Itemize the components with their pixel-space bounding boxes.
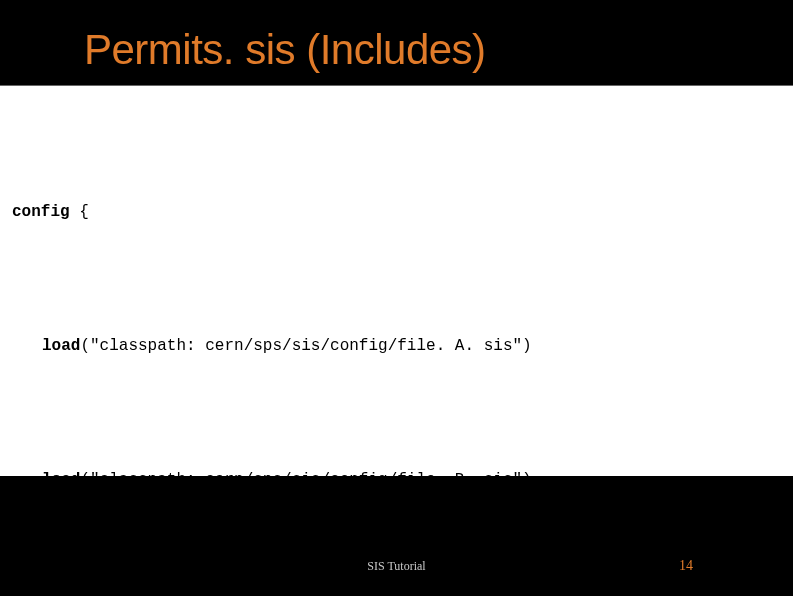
code-text: { [70, 203, 89, 221]
code-line-config: config { [12, 201, 532, 223]
code-text: ("classpath: cern/sps/sis/config/file. A… [80, 337, 531, 355]
footer-label: SIS Tutorial [367, 559, 425, 574]
code-spacer [12, 268, 532, 290]
slide-title: Permits. sis (Includes) [84, 26, 486, 74]
code-spacer [12, 402, 532, 424]
code-line-load-b: load("classpath: cern/sps/sis/config/fil… [42, 469, 532, 491]
code-text: ("classpath: cern/sps/sis/config/file. B… [80, 471, 531, 489]
keyword-config: config [12, 203, 70, 221]
code-line-load-a: load("classpath: cern/sps/sis/config/fil… [42, 335, 532, 357]
page-number: 14 [679, 558, 693, 574]
keyword-load: load [42, 471, 80, 489]
code-block: config { load("classpath: cern/sps/sis/c… [12, 156, 532, 596]
slide: Permits. sis (Includes) config { load("c… [0, 0, 793, 596]
content-panel: config { load("classpath: cern/sps/sis/c… [0, 86, 793, 476]
code-spacer [12, 536, 532, 558]
keyword-load: load [42, 337, 80, 355]
